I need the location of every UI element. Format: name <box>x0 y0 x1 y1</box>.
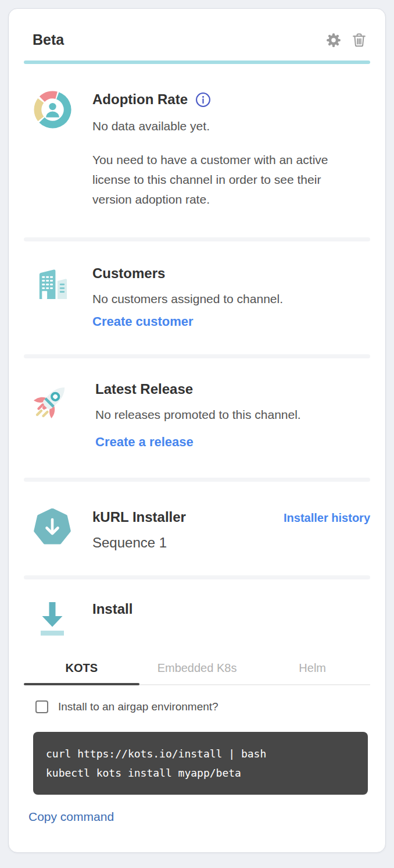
latest-release-title: Latest Release <box>95 380 370 398</box>
rocket-icon <box>34 380 74 450</box>
adoption-rate-section: Adoption Rate No data available yet. You… <box>24 64 370 237</box>
airgap-option-row: Install to an airgap environment? <box>35 700 370 713</box>
adoption-hint-text: You need to have a customer with an acti… <box>92 150 355 209</box>
command-line: kubectl kots install myapp/beta <box>46 763 355 782</box>
customers-empty-text: No customers assigned to channel. <box>92 289 370 309</box>
command-line: curl https://kots.io/install | bash <box>46 744 355 763</box>
section-divider <box>24 575 370 579</box>
airgap-checkbox[interactable] <box>35 700 48 713</box>
tab-helm[interactable]: Helm <box>255 661 370 684</box>
create-release-link[interactable]: Create a release <box>95 434 194 450</box>
customers-title: Customers <box>92 265 370 282</box>
donut-chart-user-icon <box>34 91 71 209</box>
channel-card: Beta <box>8 8 386 853</box>
section-divider <box>24 237 370 241</box>
header-actions <box>325 31 368 49</box>
info-circle-icon[interactable] <box>195 92 211 108</box>
download-arrow-icon <box>34 600 71 638</box>
trash-icon <box>351 32 367 48</box>
kurl-installer-section: kURL Installer Installer history Sequenc… <box>24 482 370 575</box>
buildings-icon <box>34 265 71 330</box>
section-divider <box>24 354 370 358</box>
channel-title: Beta <box>33 31 64 49</box>
kurl-installer-title: kURL Installer <box>92 508 186 526</box>
tab-embedded-k8s[interactable]: Embedded K8s <box>139 661 255 684</box>
installer-sequence: Sequence 1 <box>92 534 370 552</box>
release-empty-text: No releases promoted to this channel. <box>95 405 370 425</box>
delete-channel-button[interactable] <box>350 31 368 49</box>
install-title: Install <box>92 600 370 618</box>
card-header: Beta <box>24 31 370 49</box>
heptagon-download-icon <box>34 508 71 552</box>
latest-release-section: Latest Release No releases promoted to t… <box>24 358 370 478</box>
gear-icon <box>325 31 342 49</box>
copy-command-link[interactable]: Copy command <box>28 809 114 825</box>
tab-kots[interactable]: KOTS <box>24 661 139 684</box>
airgap-label[interactable]: Install to an airgap environment? <box>58 700 219 713</box>
customers-section: Customers No customers assigned to chann… <box>24 241 370 354</box>
install-section: Install <box>24 579 370 638</box>
adoption-empty-text: No data available yet. <box>92 116 370 136</box>
section-divider <box>24 478 370 482</box>
install-command-block: curl https://kots.io/install | bashkubec… <box>33 732 368 795</box>
adoption-rate-title: Adoption Rate <box>92 91 188 108</box>
install-tabs: KOTS Embedded K8s Helm <box>24 661 370 685</box>
installer-history-link[interactable]: Installer history <box>284 510 370 526</box>
create-customer-link[interactable]: Create customer <box>92 314 194 330</box>
settings-button[interactable] <box>325 31 342 49</box>
